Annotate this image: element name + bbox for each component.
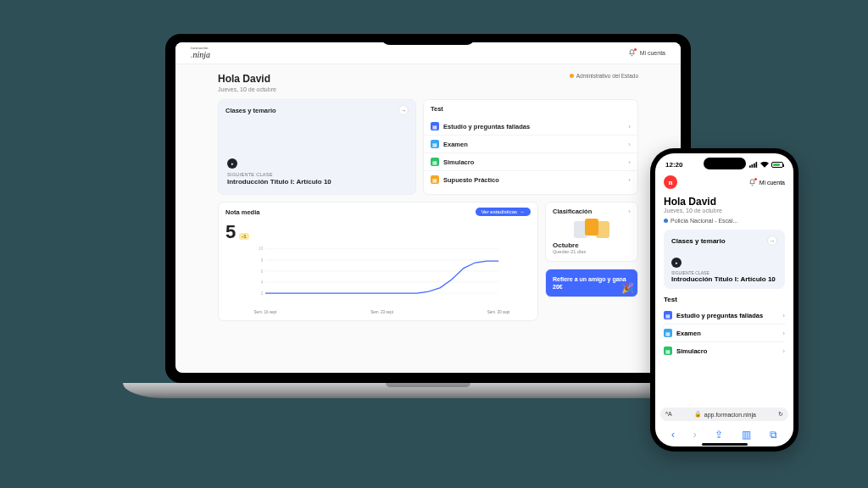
brand-logo-mobile[interactable]: n: [664, 175, 677, 189]
app-body: Hola David Jueves, 10 de octubre Adminis…: [175, 64, 681, 321]
clock: 12:20: [665, 161, 682, 169]
test-item-name: Simulacro: [676, 347, 707, 355]
date-text: Jueves, 10 de octubre: [218, 86, 276, 92]
svg-text:4: 4: [261, 280, 264, 285]
account-link-mobile[interactable]: Mi cuenta: [748, 179, 785, 186]
course-badge-mobile[interactable]: Policía Nacional - Escal...: [664, 218, 785, 224]
phone-screen: 12:20 n Mi cuenta Hola David Jueves, 10 …: [655, 153, 793, 446]
test-item[interactable]: ▦Estudio y preguntas falladas›: [664, 307, 785, 324]
chevron-right-icon: ›: [628, 123, 631, 130]
test-item-icon: ▦: [431, 140, 439, 148]
test-list: ▦Estudio y preguntas falladas›▦Examen›▦S…: [424, 118, 637, 188]
chevron-right-icon: ›: [628, 141, 631, 148]
clases-card[interactable]: Clases y temario → ▸ SIGUIENTE CLASE Int…: [218, 99, 416, 195]
test-item-icon: ▦: [431, 122, 439, 130]
chevron-right-icon: ›: [628, 176, 631, 184]
chevron-right-icon: ›: [782, 330, 785, 337]
clases-card-mobile[interactable]: Clases y temario → ▸ SIGUIENTE CLASE Int…: [664, 230, 785, 289]
tabs-icon[interactable]: ⧉: [770, 429, 777, 441]
laptop-device: formación .ninja Mi cuenta Hola David Ju…: [165, 34, 691, 398]
arrow-right-icon[interactable]: →: [767, 236, 777, 246]
test-list-mobile: ▦Estudio y preguntas falladas›▦Examen›▦S…: [664, 307, 785, 359]
play-icon[interactable]: ▸: [671, 258, 682, 268]
phone-device: 12:20 n Mi cuenta Hola David Jueves, 10 …: [650, 148, 798, 452]
stats-button[interactable]: Ver estadísticas →: [476, 208, 531, 216]
brand-logo[interactable]: formación .ninja: [191, 47, 210, 59]
signal-icon: [749, 162, 758, 168]
account-label: Mi cuenta: [760, 180, 785, 186]
arrow-right-icon: →: [520, 209, 525, 214]
next-class-label: SIGUIENTE CLASE: [227, 172, 407, 177]
greeting-block: Hola David Jueves, 10 de octubre: [218, 73, 276, 92]
play-icon[interactable]: ▸: [227, 158, 237, 169]
chevron-right-icon: ›: [628, 208, 631, 215]
bell-icon[interactable]: [628, 49, 636, 57]
svg-text:8: 8: [261, 258, 264, 263]
course-dot-icon: [570, 74, 574, 78]
refer-text: Refiere a un amigo y gana 20€: [553, 276, 626, 290]
nota-chart: 246810Sem. 16 septSem. 23 septSem. 30 se…: [219, 243, 537, 317]
nota-value: 5: [225, 221, 236, 243]
svg-rect-16: [756, 162, 758, 168]
refer-card[interactable]: Refiere a un amigo y gana 20€ 🎉: [545, 269, 638, 297]
course-badge[interactable]: Administrativo del Estado: [570, 73, 638, 79]
svg-rect-14: [752, 164, 754, 168]
laptop-notch: [381, 34, 475, 45]
ranking-icon: [553, 221, 631, 238]
test-item-name: Simulacro: [443, 158, 474, 166]
clases-title: Clases y temario: [225, 107, 276, 114]
battery-icon: [771, 162, 783, 168]
bottom-cards-row: Nota media Ver estadísticas → 5 -1 24681…: [218, 202, 638, 321]
test-item-icon: ▦: [431, 175, 439, 184]
app-header: formación .ninja Mi cuenta: [175, 42, 681, 64]
bell-icon[interactable]: [748, 179, 756, 186]
svg-rect-15: [754, 164, 755, 168]
laptop-base: [123, 383, 733, 398]
clases-head: Clases y temario →: [671, 236, 777, 246]
status-icons: [749, 162, 783, 168]
course-name: Administrativo del Estado: [576, 73, 638, 79]
phone-app-body: Hola David Jueves, 10 de octubre Policía…: [655, 192, 793, 363]
test-item[interactable]: ▦Examen›: [664, 324, 785, 342]
test-item[interactable]: ▦Simulacro›: [424, 152, 637, 170]
next-class-title: Introducción Título I: Artículo 10: [227, 178, 407, 186]
clasificacion-card[interactable]: Clasificación › Octubre Quedan 21 días: [545, 202, 638, 262]
text-size-icon[interactable]: ᴬA: [665, 411, 672, 418]
forward-icon: ›: [693, 429, 697, 441]
arrow-right-icon[interactable]: →: [398, 105, 409, 115]
test-card: Test ▦Estudio y preguntas falladas›▦Exam…: [423, 99, 638, 195]
greeting-block-mobile: Hola David Jueves, 10 de octubre: [664, 196, 785, 214]
test-item[interactable]: ▦Examen›: [424, 135, 637, 152]
clases-body: ▸ SIGUIENTE CLASE Introducción Título I:…: [219, 120, 415, 194]
svg-text:10: 10: [259, 247, 264, 251]
test-item-name: Estudio y preguntas falladas: [443, 123, 530, 130]
clasif-sub: Quedan 21 días: [553, 249, 631, 254]
test-item[interactable]: ▦Supuesto Práctico›: [424, 170, 637, 188]
account-link[interactable]: Mi cuenta: [628, 49, 665, 57]
dynamic-island: [704, 158, 746, 169]
test-item-name: Examen: [676, 330, 701, 337]
test-title-mobile: Test: [664, 296, 785, 303]
top-cards-row: Clases y temario → ▸ SIGUIENTE CLASE Int…: [218, 99, 638, 195]
clasif-title: Clasificación: [553, 208, 592, 215]
reload-icon[interactable]: ↻: [778, 411, 783, 418]
test-item-icon: ▦: [664, 311, 672, 319]
test-item-icon: ▦: [664, 329, 672, 337]
back-icon[interactable]: ‹: [671, 429, 675, 441]
test-item[interactable]: ▦Simulacro›: [664, 342, 785, 359]
bookmarks-icon[interactable]: ▥: [742, 429, 751, 441]
test-item-name: Estudio y preguntas falladas: [676, 312, 763, 319]
wifi-icon: [760, 162, 769, 168]
chevron-right-icon: ›: [628, 158, 631, 166]
test-item-name: Supuesto Práctico: [443, 176, 499, 184]
phone-app-header: n Mi cuenta: [655, 172, 793, 192]
next-class-title: Introducción Título I: Artículo 10: [671, 275, 777, 283]
laptop-app: formación .ninja Mi cuenta Hola David Ju…: [175, 42, 681, 373]
share-icon[interactable]: ⇪: [715, 429, 723, 441]
home-indicator: [702, 443, 748, 446]
test-item[interactable]: ▦Estudio y preguntas falladas›: [424, 118, 637, 135]
brand-name: ninja: [193, 50, 211, 59]
test-item-icon: ▦: [431, 158, 439, 166]
svg-text:Sem. 16 sept: Sem. 16 sept: [254, 310, 278, 314]
safari-url-bar[interactable]: ᴬA 🔒 app.formacion.ninja ↻: [660, 408, 788, 421]
